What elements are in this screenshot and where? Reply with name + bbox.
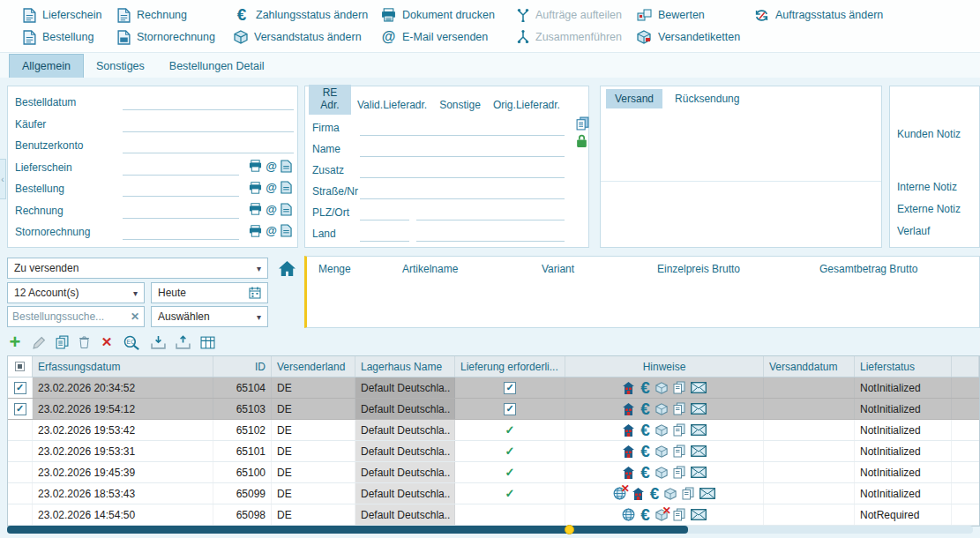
delete-x-button[interactable] [100,334,114,350]
header-erfassungsdatum[interactable]: Erfassungsdatum [33,356,213,377]
copy-button[interactable] [56,335,69,349]
select-all-checkbox[interactable] [15,362,25,371]
row-select-cell[interactable] [8,462,33,482]
export-document-icon[interactable] [281,203,292,216]
dokument-drucken-button[interactable]: Dokument drucken [381,6,495,24]
send-filter-dropdown[interactable]: Zu versenden [7,258,268,279]
select-filter-dropdown[interactable]: Auswählen [151,306,268,327]
clear-search-icon[interactable] [131,310,139,323]
header-lieferung[interactable]: Lieferung erforderli... [455,356,565,377]
export-button[interactable] [176,335,191,349]
kaeufer-input[interactable] [123,117,294,132]
email-versenden-button[interactable]: E-Mail versenden [381,28,495,46]
table-row[interactable]: 23.02.2026 20:34:52 65104 DE Default Deu… [8,377,979,399]
search-eq-button[interactable]: EQ [123,335,141,350]
zusammenfuehren-button[interactable]: Zusammenführen [517,28,622,46]
row-select-cell[interactable] [8,504,33,525]
export-document-icon[interactable] [281,181,292,194]
header-lieferstatus[interactable]: Lieferstatus [855,356,952,377]
add-row-button[interactable] [7,335,23,349]
tab-sonstige[interactable]: Sonstige [433,95,487,115]
export-document-icon[interactable] [281,224,292,237]
table-row[interactable]: 23.02.2026 14:54:50 65098 DE Default Deu… [8,504,979,526]
table-row[interactable]: 23.02.2026 19:54:12 65103 DE Default Deu… [8,399,979,420]
lieferschein-button[interactable]: Lieferschein [23,6,101,24]
tab-versand[interactable]: Versand [606,89,662,108]
tab-re-adr[interactable]: RE Adr. [309,85,351,115]
tab-sonstiges[interactable]: Sonstiges [84,55,157,78]
cell-hinweise: ✕ [565,483,764,504]
tab-orig-lieferadr[interactable]: Orig.Lieferadr. [487,95,566,115]
strasse-nr-input[interactable] [360,184,565,199]
bestellung-input[interactable] [123,182,239,197]
home-button[interactable] [273,257,300,280]
lieferschein-input[interactable] [123,161,239,176]
versandetiketten-button[interactable]: Versandetiketten [637,28,740,46]
edit-pencil-button[interactable] [33,336,46,349]
land-code-input[interactable] [360,227,409,242]
print-icon[interactable] [249,182,262,194]
stornorechnung-button[interactable]: Stornorechnung [117,28,215,46]
accounts-dropdown[interactable]: 12 Account(s) [7,282,145,303]
form-row-stornorechnung: Stornorechnung [8,221,297,243]
tab-bestellungen-detail[interactable]: Bestellungen Detail [157,55,277,78]
zahlungsstatus-aendern-button[interactable]: Zahlungsstatus ändern [234,6,368,24]
table-row[interactable]: 23.02.2026 19:45:39 65100 DE Default Deu… [8,462,979,483]
email-icon[interactable] [266,224,277,237]
email-versenden-label: E-Mail versenden [402,31,488,43]
row-select-cell[interactable] [8,420,33,440]
header-versenderland[interactable]: Versenderland [272,356,355,377]
bewerten-button[interactable]: Bewerten [637,6,740,24]
lieferung-checkbox[interactable] [504,403,516,415]
header-versanddatum[interactable]: Versanddatum [764,356,855,377]
table-row[interactable]: 23.02.2026 19:53:42 65102 DE Default Deu… [8,420,979,441]
table-row[interactable]: 23.02.2026 19:53:31 65101 DE Default Deu… [8,441,979,462]
select-all-header[interactable] [8,356,33,377]
benutzerkonto-input[interactable] [123,138,294,153]
email-icon[interactable] [266,203,277,216]
horizontal-scrollbar[interactable] [7,526,973,534]
zusatz-input[interactable] [360,163,565,178]
sidebar-collapse-grip[interactable] [0,159,6,199]
package-icon [655,382,668,394]
name-input[interactable] [360,142,565,157]
tab-allgemein[interactable]: Allgemein [9,54,84,78]
row-select-cell[interactable] [8,483,33,504]
bestelldatum-input[interactable] [123,95,294,110]
trash-button[interactable] [79,335,90,349]
print-icon[interactable] [249,160,262,172]
plz-input[interactable] [360,205,409,220]
row-checkbox[interactable] [14,382,26,394]
kunden-notiz-label: Kunden Notiz [897,128,961,140]
land-name-input[interactable] [416,227,565,242]
ort-input[interactable] [416,205,565,220]
header-id[interactable]: ID [213,356,272,377]
firma-input[interactable] [360,121,565,136]
tab-ruecksendung[interactable]: Rücksendung [666,89,748,108]
export-document-icon[interactable] [281,160,292,173]
email-icon[interactable] [266,181,277,194]
lieferschein-field-label: Lieferschein [15,161,72,174]
bestellung-button[interactable]: Bestellung [23,28,101,46]
stornorechnung-input[interactable] [123,225,239,240]
header-lagerhaus[interactable]: Lagerhaus Name [355,356,455,377]
auftraege-aufteilen-button[interactable]: Aufträge aufteilen [517,6,622,24]
print-icon[interactable] [249,225,262,237]
import-button[interactable] [151,335,166,349]
rechnung-input[interactable] [123,204,239,219]
table-row[interactable]: 23.02.2026 18:53:43 65099 DE Default Deu… [8,483,979,504]
auftragsstatus-aendern-button[interactable]: Auftragsstatus ändern [754,6,883,24]
lieferung-checkbox[interactable] [504,382,516,394]
rechnung-button[interactable]: Rechnung [117,6,215,24]
order-search-input[interactable] [12,310,127,323]
email-icon[interactable] [266,160,277,173]
table-view-button[interactable] [200,336,215,349]
versandstatus-aendern-button[interactable]: Versandstatus ändern [234,28,368,46]
date-filter-dropdown[interactable]: Heute [151,282,268,303]
tab-valid-lieferadr[interactable]: Valid.Lieferadr. [351,95,433,115]
scrollbar-thumb[interactable] [7,526,688,534]
row-checkbox[interactable] [14,403,26,415]
row-select-cell[interactable] [8,441,33,461]
header-hinweise[interactable]: Hinweise [565,356,764,377]
print-icon[interactable] [249,203,262,215]
